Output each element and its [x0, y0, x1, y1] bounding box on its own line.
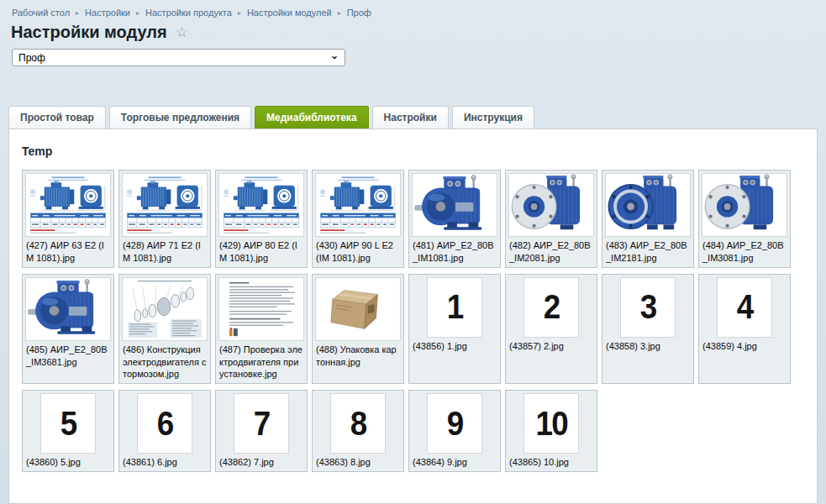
number-image-value: 1	[447, 288, 463, 326]
breadcrumb-link[interactable]: Настройки	[85, 8, 130, 18]
breadcrumb-link[interactable]: Настройки модулей	[247, 8, 332, 18]
media-item[interactable]: 2(43857) 2.jpg	[505, 274, 597, 385]
media-item[interactable]: 6(43861) 6.jpg	[118, 390, 211, 472]
favorite-star-icon[interactable]: ☆	[176, 25, 188, 39]
breadcrumb-separator-icon: ▸	[76, 9, 79, 17]
motor-flange-photo-illustration	[606, 174, 690, 236]
breadcrumb-separator-icon: ▸	[238, 9, 241, 17]
media-item-caption: (486) Конструкция электродвигателя с тор…	[122, 344, 208, 381]
media-item-caption: (481) АИР_Е2_80В_IM1081.jpg	[412, 239, 497, 265]
media-item[interactable]: (485) АИР_Е2_80В_IM3681.jpg	[22, 274, 114, 385]
breadcrumb: Рабочий стол▸Настройки▸Настройки продукт…	[0, 0, 826, 18]
motor-drawing-illustration	[219, 174, 303, 236]
media-item[interactable]: 9(43864) 9.jpg	[408, 390, 501, 472]
media-item[interactable]: 8(43863) 8.jpg	[312, 390, 404, 472]
media-item-caption: (43861) 6.jpg	[122, 456, 208, 469]
media-item[interactable]: 3(43858) 3.jpg	[602, 274, 694, 385]
motor-flange-photo-thumbnail	[508, 173, 594, 237]
media-item-caption: (43858) 3.jpg	[605, 340, 691, 353]
section-title: Temp	[22, 144, 804, 158]
motor-photo-illustration	[413, 174, 497, 236]
tab-trade-offers[interactable]: Торговые предложения	[109, 106, 251, 129]
number-image-thumbnail: 3	[620, 277, 676, 338]
media-item[interactable]: (430) АИР 90 L Е2 (IM 1081).jpg	[312, 170, 404, 268]
number-image-thumbnail: 4	[717, 277, 772, 338]
module-select-value: Проф	[18, 52, 45, 64]
media-item-caption: (488) Упаковка картонная.jpg	[315, 344, 401, 369]
motor-photo-thumbnail	[412, 173, 497, 237]
media-item-caption: (430) АИР 90 L Е2 (IM 1081).jpg	[315, 239, 401, 265]
media-item-caption: (43862) 7.jpg	[218, 456, 304, 469]
media-item[interactable]: (481) АИР_Е2_80В_IM1081.jpg	[408, 170, 501, 268]
media-item[interactable]: (488) Упаковка картонная.jpg	[312, 274, 404, 385]
media-item[interactable]: 10(43865) 10.jpg	[505, 390, 597, 472]
motor-flange-photo-thumbnail	[702, 173, 787, 237]
number-image-value: 3	[640, 288, 656, 326]
media-item-caption: (482) АИР_Е2_80В_IM2081.jpg	[508, 239, 594, 265]
tab-settings[interactable]: Настройки	[372, 106, 449, 129]
number-image-value: 8	[350, 405, 366, 443]
number-image-thumbnail: 1	[427, 277, 482, 338]
media-item[interactable]: 5(43860) 5.jpg	[22, 390, 114, 472]
number-image-value: 2	[544, 288, 560, 326]
media-item[interactable]: 7(43862) 7.jpg	[215, 390, 308, 472]
number-image-thumbnail: 5	[40, 393, 96, 454]
motor-flange-photo-thumbnail	[605, 173, 691, 237]
breadcrumb-separator-icon: ▸	[338, 9, 341, 17]
text-document-illustration	[219, 278, 303, 340]
module-settings-page: Рабочий стол▸Настройки▸Настройки продукт…	[0, 0, 826, 504]
motor-dimension-drawing-thumbnail	[218, 173, 304, 237]
breadcrumb-link[interactable]: Настройки продукта	[145, 8, 232, 18]
number-image-value: 5	[61, 405, 76, 443]
number-image-thumbnail: 8	[330, 393, 386, 454]
media-item[interactable]: (482) АИР_Е2_80В_IM2081.jpg	[505, 170, 597, 268]
motor-drawing-illustration	[123, 174, 207, 236]
tab-media-library[interactable]: Медиабиблиотека	[255, 106, 369, 129]
exploded-diagram-illustration	[123, 278, 207, 340]
number-image-value: 9	[447, 405, 463, 443]
number-image-value: 7	[254, 405, 270, 443]
tab-instruction[interactable]: Инструкция	[452, 106, 534, 129]
exploded-diagram-thumbnail	[122, 277, 208, 341]
tab-bar: Простой товарТорговые предложенияМедиаби…	[8, 106, 826, 129]
breadcrumb-link[interactable]: Проф	[347, 8, 371, 18]
media-item[interactable]: (429) АИР 80 Е2 (IM 1081).jpg	[215, 170, 308, 268]
media-item-caption: (428) АИР 71 Е2 (IM 1081).jpg	[122, 239, 208, 265]
number-image-value: 6	[157, 405, 173, 443]
media-item-caption: (43863) 8.jpg	[315, 456, 401, 469]
media-item[interactable]: 1(43856) 1.jpg	[408, 274, 501, 385]
cardboard-box-illustration	[316, 278, 400, 340]
media-item-caption: (43864) 9.jpg	[412, 456, 497, 469]
media-item[interactable]: (487) Проверка электродвигателя при уста…	[215, 274, 308, 385]
cardboard-box-thumbnail	[315, 277, 401, 341]
media-item[interactable]: (427) АИР 63 Е2 (IM 1081).jpg	[22, 170, 114, 268]
motor-flange-photo-illustration	[702, 174, 787, 236]
media-item[interactable]: (428) АИР 71 Е2 (IM 1081).jpg	[118, 170, 211, 268]
tab-simple-product[interactable]: Простой товар	[8, 106, 106, 129]
media-item-caption: (427) АИР 63 Е2 (IM 1081).jpg	[25, 239, 111, 265]
media-item[interactable]: 4(43859) 4.jpg	[698, 274, 791, 385]
media-item-caption: (43860) 5.jpg	[25, 456, 111, 469]
motor-drawing-illustration	[26, 174, 110, 236]
media-grid: (427) АИР 63 Е2 (IM 1081).jpg (428) АИР …	[22, 170, 804, 472]
media-item-caption: (487) Проверка электродвигателя при уста…	[218, 344, 304, 381]
number-image-value: 4	[737, 288, 753, 326]
motor-flange-photo-illustration	[509, 174, 593, 236]
number-image-thumbnail: 6	[137, 393, 192, 454]
media-item[interactable]: (486) Конструкция электродвигателя с тор…	[118, 274, 211, 385]
media-item-caption: (483) АИР_Е2_80В_IM2181.jpg	[605, 239, 691, 265]
breadcrumb-separator-icon: ▸	[136, 9, 139, 17]
media-item-caption: (484) АИР_Е2_80В_IM3081.jpg	[702, 239, 787, 265]
media-item-caption: (43859) 4.jpg	[702, 340, 787, 353]
number-image-thumbnail: 9	[427, 393, 482, 454]
media-item[interactable]: (484) АИР_Е2_80В_IM3081.jpg	[698, 170, 791, 268]
page-title: Настройки модуля	[11, 23, 167, 42]
media-item-caption: (43856) 1.jpg	[412, 340, 497, 353]
media-item[interactable]: (483) АИР_Е2_80В_IM2181.jpg	[602, 170, 694, 268]
motor-dimension-drawing-thumbnail	[315, 173, 401, 237]
media-item-caption: (43857) 2.jpg	[508, 340, 594, 353]
module-select[interactable]: Проф ⌄	[12, 49, 345, 66]
content-panel: Temp (427) АИР 63 Е2 (IM 1081).jpg (428)…	[8, 129, 818, 504]
breadcrumb-link[interactable]: Рабочий стол	[12, 8, 70, 18]
media-item-caption: (485) АИР_Е2_80В_IM3681.jpg	[25, 344, 111, 369]
